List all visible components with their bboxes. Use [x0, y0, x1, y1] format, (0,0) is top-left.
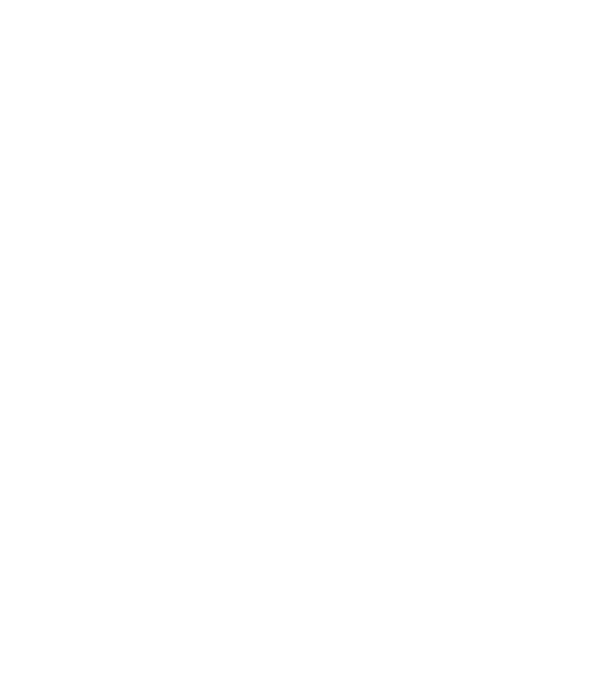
spreadsheet [0, 0, 601, 700]
